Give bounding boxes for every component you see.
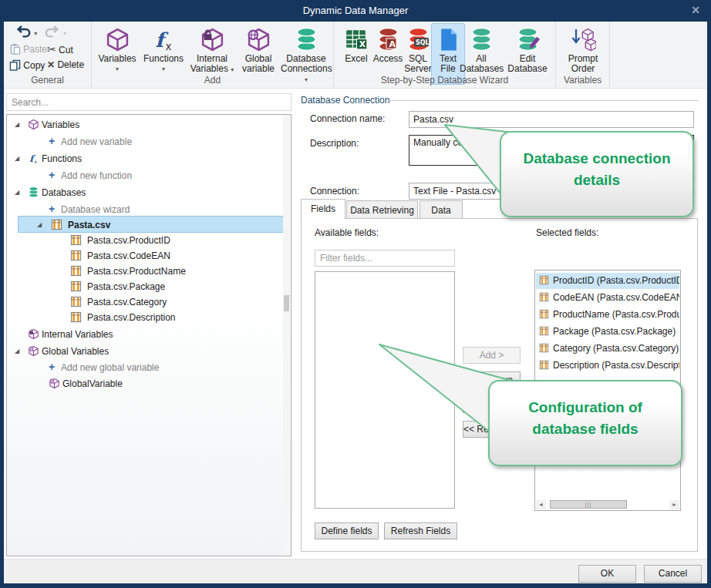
tree-item-field-description[interactable]: Pasta.csv.Description [7,310,285,325]
tree-item-field-codeean[interactable]: Pasta.csv.CodeEAN [7,248,285,264]
excel-label: Excel [339,54,373,64]
selected-field-item[interactable]: Description (Pasta.csv.Description) [536,358,679,374]
tree-item-add-new-function[interactable]: + Add new function [7,168,285,183]
ribbon-group-variables: Prompt Order Variables [556,22,610,89]
dropdown-icon[interactable]: ▾ [34,30,37,37]
prompt-order-label-2: Order [564,64,602,74]
tab-fields[interactable]: Fields [301,199,345,219]
paste-button[interactable]: Paste [9,43,47,55]
expand-arrow-icon[interactable]: ◢ [15,155,19,162]
table-field-icon [539,292,549,302]
tree-item-variables[interactable]: ◢ Variables [7,117,285,133]
dropdown-icon: ▾ [63,30,66,37]
tree-scrollbar[interactable] [283,115,290,556]
table-field-icon [70,281,82,292]
cut-icon: ✂ [47,43,56,55]
svg-text:A: A [389,39,396,49]
hscroll-thumb[interactable]: ||| [550,500,627,509]
add-button[interactable]: Add > [463,347,521,364]
selected-field-item[interactable]: Package (Pasta.csv.Package) [536,324,679,340]
dynamic-data-manager-window: Dynamic Data Manager ✕ ▾ ▾ Paste ✂ Cut C… [0,0,711,588]
available-fields-list[interactable] [315,271,455,509]
edit-database-label-2: Database [506,64,549,74]
group-label-general: General [4,75,91,86]
close-icon[interactable]: ✕ [691,4,700,16]
cube-globe-icon [49,378,60,389]
connection-label: Connection: [310,186,359,197]
tree-item-internal-variables[interactable]: Internal Variables [7,327,285,342]
redo-icon [44,25,61,38]
database-icon [294,27,319,52]
text-file-icon [436,27,461,52]
ok-button[interactable]: OK [578,565,636,583]
global-variable-label-2: variable [239,64,278,74]
tree-scrollbar-thumb[interactable] [284,295,289,311]
selected-field-item[interactable]: Category (Pasta.csv.Category) [536,341,679,357]
tree-item-add-new-global-variable[interactable]: + Add new global variable [7,360,285,375]
dialog-content: ▾ ▾ Paste ✂ Cut Copy ✕ Delete General Va… [4,22,707,583]
table-icon [51,219,62,230]
cube-globe-icon [246,27,271,52]
scroll-right-icon[interactable]: ► [669,500,679,509]
define-fields-button[interactable]: Define fields [315,522,379,539]
tree-item-database-wizard[interactable]: + Database wizard [7,202,285,217]
redo-button[interactable]: ▾ [44,25,66,38]
tree-item-functions[interactable]: ◢ Functions [7,151,285,166]
variable-cube-icon [105,27,130,52]
cut-button[interactable]: ✂ Cut [47,43,73,55]
delete-icon: ✕ [47,59,55,70]
expand-arrow-icon[interactable]: ◢ [15,189,19,196]
cut-label: Cut [59,45,73,55]
tab-data-retrieving[interactable]: Data Retrieving [346,200,418,219]
copy-label: Copy [23,60,45,71]
connection-name-input[interactable] [409,111,694,128]
callout-connection-details: Database connection details [500,131,694,217]
paste-icon [9,43,21,55]
expand-arrow-icon[interactable]: ◢ [15,121,19,128]
prompt-order-icon [571,27,596,52]
tree-item-databases[interactable]: ◢ Databases [7,185,285,200]
tab-data[interactable]: Data [420,200,463,219]
expand-arrow-icon[interactable]: ◢ [37,221,42,228]
dropdown-icon: ▾ [96,64,139,74]
ribbon-group-add: Variables ▾ Functions ▾ Internal Variabl… [92,22,334,89]
copy-button[interactable]: Copy [9,59,45,71]
group-label-wizard: Step-by-Step Database Wizard [334,75,555,86]
filter-fields-box [315,250,455,267]
refresh-fields-button[interactable]: Refresh Fields [384,522,457,539]
table-field-icon [70,250,82,261]
filter-fields-input[interactable] [315,250,454,266]
table-field-icon [539,343,549,353]
plus-icon: + [49,135,55,147]
tree-item-field-category[interactable]: Pasta.csv.Category [7,294,285,310]
table-field-icon [70,265,82,277]
selected-field-item[interactable]: ProductName (Pasta.csv.ProductName) [536,307,679,323]
undo-button[interactable]: ▾ [15,25,37,38]
delete-button[interactable]: ✕ Delete [47,59,84,70]
selected-field-item[interactable]: CodeEAN (Pasta.csv.CodeEAN) [536,290,679,306]
cancel-button[interactable]: Cancel [644,565,702,583]
paste-label: Paste [23,44,47,55]
section-title: Database Connection [301,95,389,106]
tree-item-field-productid[interactable]: Pasta.csv.ProductID [7,233,285,248]
footer-bar: OK Cancel [4,559,707,583]
tree-item-globalvariable[interactable]: GlobalVariable [7,376,285,391]
tree-item-field-productname[interactable]: Pasta.csv.ProductName [7,264,285,279]
ribbon-group-wizard: Excel A Access SQL SQL Server Text File [334,22,556,89]
callout-field-configuration: Configuration of database fields [488,380,682,466]
tree-item-field-package[interactable]: Pasta.csv.Package [7,279,285,294]
search-input[interactable] [7,94,291,110]
tree-item-global-variables[interactable]: ◢ Global Variables [7,344,285,359]
all-databases-label-2: Databases [460,64,503,74]
expand-arrow-icon[interactable]: ◢ [15,348,19,354]
tree-item-add-new-variable[interactable]: + Add new variable [7,134,285,150]
tree-item-pasta-csv[interactable]: ◢ Pasta.csv [7,217,285,233]
function-fx-icon [28,153,39,164]
function-fx-icon [151,27,177,52]
scroll-left-icon[interactable]: ◄ [536,500,546,509]
connection-name-label: Connection name: [310,113,385,124]
plus-icon: + [49,169,55,181]
table-field-icon [539,360,549,370]
selected-field-item[interactable]: ProductID (Pasta.csv.ProductID) [536,273,679,289]
dropdown-icon: ▾ [231,66,234,73]
